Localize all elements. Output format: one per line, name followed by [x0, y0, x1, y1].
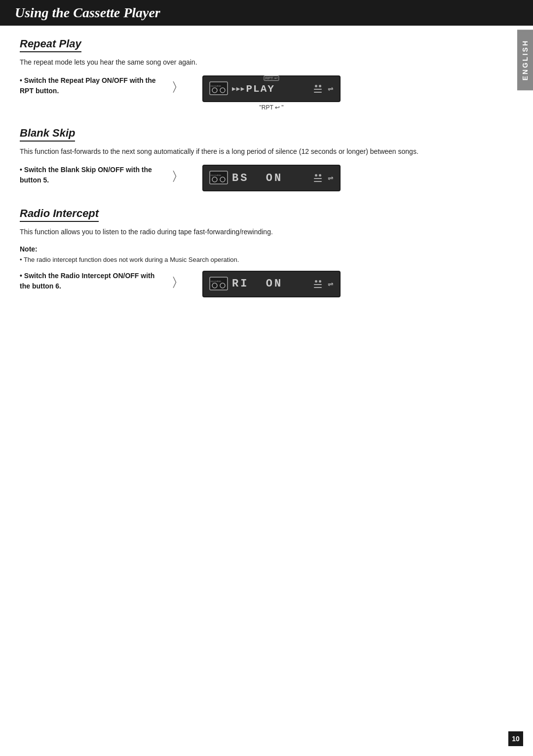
- lcd-bs-text: BS ON: [232, 172, 310, 184]
- note-text: • The radio intercept function does not …: [20, 255, 454, 265]
- blank-skip-bullet: Switch the Blank Skip ON/OFF with the bu…: [20, 165, 158, 185]
- section-radio-intercept: Radio Intercept This function allows you…: [20, 207, 454, 297]
- cassette-icon-3: EQ CURVE: [209, 277, 228, 291]
- section-blank-skip: Blank Skip This function fast-forwards t…: [20, 127, 454, 191]
- rpt-caption: "RPT ↩ ": [260, 104, 284, 111]
- page-title: Using the Cassette Player: [15, 5, 518, 21]
- section-repeat-play: Repeat Play The repeat mode lets you hea…: [20, 37, 454, 111]
- repeat-arrow-icon: ⇌: [328, 85, 334, 93]
- blank-skip-display-wrapper: EQ CURVE BS ON ⇌: [202, 165, 341, 191]
- lcd-note-icon-3: [314, 280, 322, 288]
- svg-point-10: [220, 283, 225, 288]
- svg-point-2: [220, 88, 225, 93]
- cassette-icon: EQ CURVE: [209, 81, 228, 96]
- radio-intercept-body: This function allows you to listen to th…: [20, 227, 454, 237]
- lcd-play-text: ▶▶▶ PLAY: [232, 83, 310, 95]
- repeat-play-body: The repeat mode lets you hear the same s…: [20, 57, 454, 68]
- blank-skip-body: This function fast-forwards to the next …: [20, 146, 454, 157]
- svg-text:EQ CURVE: EQ CURVE: [211, 280, 221, 283]
- repeat-arrow-icon-2: ⇌: [328, 174, 334, 182]
- note-label: Note:: [20, 245, 454, 253]
- page-number: 10: [508, 731, 523, 746]
- blank-skip-lcd: EQ CURVE BS ON ⇌: [202, 165, 341, 191]
- arrow-icon-2: 〉: [173, 165, 188, 182]
- svg-text:EQ CURVE: EQ CURVE: [211, 174, 221, 177]
- repeat-play-instruction: Switch the Repeat Play ON/OFF with the R…: [20, 75, 454, 111]
- svg-point-9: [212, 283, 217, 288]
- lcd-note-icon-2: [314, 174, 322, 182]
- svg-point-5: [212, 177, 217, 182]
- title-bar: Using the Cassette Player: [0, 0, 533, 26]
- svg-text:EQ CURVE: EQ CURVE: [211, 85, 221, 87]
- svg-rect-4: [210, 171, 228, 184]
- blank-skip-heading: Blank Skip: [20, 127, 75, 142]
- radio-intercept-lcd: EQ CURVE RI ON ⇌: [202, 271, 341, 297]
- cassette-icon-2: EQ CURVE: [209, 171, 228, 185]
- lcd-ri-text: RI ON: [232, 278, 310, 290]
- repeat-arrow-icon-3: ⇌: [328, 280, 334, 288]
- radio-intercept-display-wrapper: EQ CURVE RI ON ⇌: [202, 271, 341, 297]
- arrow-icon-3: 〉: [173, 271, 188, 288]
- radio-intercept-heading: Radio Intercept: [20, 207, 99, 222]
- radio-intercept-instruction: Switch the Radio Intercept ON/OFF with t…: [20, 271, 454, 297]
- arrow-icon: 〉: [173, 75, 188, 93]
- main-content: Repeat Play The repeat mode lets you hea…: [0, 37, 474, 333]
- svg-rect-8: [210, 277, 228, 290]
- repeat-play-bullet: Switch the Repeat Play ON/OFF with the R…: [20, 75, 158, 96]
- radio-intercept-bullet: Switch the Radio Intercept ON/OFF with t…: [20, 271, 158, 291]
- language-tab: ENGLISH: [517, 30, 533, 90]
- repeat-play-lcd: RPT ↩ EQ CURVE ▶▶▶ PLAY: [202, 75, 341, 102]
- svg-rect-0: [210, 82, 228, 95]
- lcd-note-icon: [314, 85, 322, 93]
- blank-skip-instruction: Switch the Blank Skip ON/OFF with the bu…: [20, 165, 454, 191]
- svg-point-6: [220, 177, 225, 182]
- repeat-play-display-wrapper: RPT ↩ EQ CURVE ▶▶▶ PLAY: [202, 75, 341, 111]
- svg-point-1: [212, 88, 217, 93]
- rpt-label: RPT ↩: [264, 75, 279, 81]
- repeat-play-heading: Repeat Play: [20, 37, 81, 52]
